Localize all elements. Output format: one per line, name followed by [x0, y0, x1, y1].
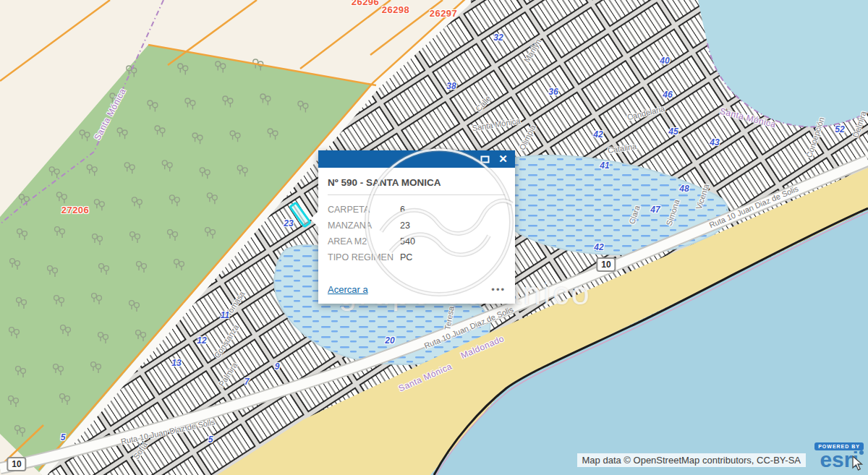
esri-globe-dot [859, 450, 864, 455]
popup-menu-button[interactable]: ••• [491, 287, 506, 293]
popup-footer: Acercar a ••• [328, 275, 506, 295]
field-value: 23 [400, 218, 410, 234]
field-value: 540 [400, 234, 415, 249]
esri-logo[interactable]: POWERED BY esri [814, 442, 864, 471]
route-shield: 10 [596, 257, 616, 272]
popup-fields: CARPETA6MANZANA23AREA M2540TIPO REGIMENP… [328, 195, 506, 275]
field-value: 6 [400, 202, 405, 218]
popup-field-row: CARPETA6 [328, 202, 506, 218]
popup-field-row: AREA M2540 [328, 234, 506, 249]
popup-header: ✕ [318, 150, 515, 168]
popup-body: Nº 590 - SANTA MONICA CARPETA6MANZANA23A… [318, 168, 515, 304]
popup-title: Nº 590 - SANTA MONICA [328, 175, 506, 195]
powered-by-badge: POWERED BY [814, 442, 864, 450]
popup-field-row: MANZANA23 [328, 218, 506, 234]
field-label: MANZANA [328, 218, 400, 234]
field-label: CARPETA [328, 202, 400, 218]
popup-field-row: TIPO REGIMENPC [328, 249, 506, 265]
route-shield: 10 [7, 457, 26, 471]
field-label: TIPO REGIMEN [328, 249, 400, 265]
field-label: AREA M2 [328, 234, 400, 249]
map-application: Santa MónicaSanta MónicaMaldonadoSanta M… [0, 0, 868, 475]
parcel-popup: ✕ Nº 590 - SANTA MONICA CARPETA6MANZANA2… [318, 150, 515, 304]
zoom-to-link[interactable]: Acercar a [328, 284, 368, 295]
maximize-icon[interactable] [480, 154, 490, 165]
field-value: PC [400, 249, 412, 265]
close-icon[interactable]: ✕ [498, 154, 509, 165]
popup-tail [310, 211, 318, 227]
map-attribution: Map data © OpenStreetMap contributors, C… [577, 453, 806, 467]
esri-brand-text: esri [820, 449, 858, 471]
